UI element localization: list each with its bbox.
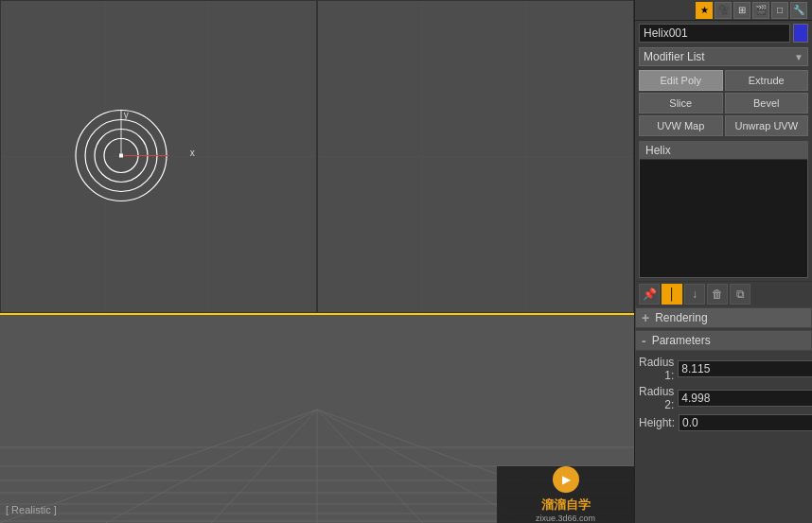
right-panel: ★ 🎥 ⊞ 🎬 □ 🔧 Modifier List ▼ Edit Poly Ex… — [634, 0, 812, 523]
watermark-url: zixue.3d66.com — [536, 514, 595, 523]
modifier-buttons: Edit Poly Extrude Slice Bevel UVW Map Un… — [635, 68, 812, 138]
uvw-map-button[interactable]: UVW Map — [639, 115, 723, 136]
radius1-input[interactable] — [678, 360, 812, 377]
svg-rect-13 — [119, 153, 123, 157]
height-input[interactable] — [679, 414, 812, 431]
y-axis-label: y — [124, 110, 129, 120]
modifier-list-dropdown[interactable]: Modifier List ▼ — [639, 47, 808, 66]
edit-poly-button[interactable]: Edit Poly — [639, 70, 723, 91]
parameters-collapse-icon: - — [642, 333, 646, 348]
extrude-button[interactable]: Extrude — [725, 70, 809, 91]
rendering-expand-icon: + — [642, 310, 649, 325]
rendering-section-header[interactable]: + Rendering — [635, 307, 812, 328]
viewport-top-right[interactable] — [317, 0, 634, 313]
radius2-row: Radius 2: ▲ ▼ — [639, 385, 808, 411]
stack-item-helix[interactable]: Helix — [640, 142, 807, 160]
top-viewports: x y — [0, 0, 634, 315]
rendering-label: Rendering — [655, 311, 707, 324]
parameters-body: Radius 1: ▲ ▼ Radius 2: ▲ ▼ Height: ▲ ▼ — [635, 352, 812, 438]
stack-show-icon[interactable]: │ — [662, 284, 682, 305]
stack-delete-icon[interactable]: 🗑 — [707, 284, 728, 305]
watermark-play-icon — [553, 466, 579, 493]
radius1-label: Radius 1: — [639, 356, 674, 382]
object-color-swatch[interactable] — [793, 24, 808, 43]
viewport-top-left[interactable]: x y — [0, 0, 317, 313]
viewport-bottom[interactable]: [ Realistic ] 溜溜自学 zixue.3d66.com — [0, 315, 634, 523]
stack-pin-icon[interactable]: 📌 — [639, 284, 660, 305]
height-label: Height: — [639, 416, 675, 429]
helix-object — [69, 103, 173, 210]
watermark: 溜溜自学 zixue.3d66.com — [497, 466, 634, 523]
object-name-row — [635, 21, 812, 45]
radius2-label: Radius 2: — [639, 385, 674, 411]
viewport-area: x y — [0, 0, 634, 523]
parameters-label: Parameters — [652, 334, 711, 347]
grid-icon[interactable]: ⊞ — [733, 2, 750, 19]
top-icons-row: ★ 🎥 ⊞ 🎬 □ 🔧 — [635, 0, 812, 21]
stack-controls: 📌 │ ↓ 🗑 ⧉ — [635, 281, 812, 306]
stack-show-sub-icon[interactable]: ↓ — [684, 284, 705, 305]
watermark-site: 溜溜自学 — [541, 497, 591, 514]
realistic-label: [ Realistic ] — [6, 504, 57, 515]
object-name-input[interactable] — [639, 24, 790, 43]
radius2-input[interactable] — [678, 390, 812, 407]
film-icon[interactable]: 🎬 — [752, 2, 769, 19]
radius1-row: Radius 1: ▲ ▼ — [639, 356, 808, 382]
modifier-stack: Helix — [639, 141, 808, 278]
modifier-list-row: Modifier List ▼ — [635, 45, 812, 68]
grid-lines-right — [318, 1, 633, 312]
unwrap-uvw-button[interactable]: Unwrap UVW — [725, 115, 809, 136]
dropdown-arrow-icon: ▼ — [794, 52, 803, 62]
star-icon[interactable]: ★ — [696, 2, 713, 19]
camera-icon[interactable]: 🎥 — [715, 2, 732, 19]
bevel-button[interactable]: Bevel — [725, 93, 809, 113]
stack-copy-icon[interactable]: ⧉ — [730, 284, 750, 305]
parameters-section-header[interactable]: - Parameters — [635, 330, 812, 351]
x-axis-label: x — [190, 148, 195, 158]
tool-icon[interactable]: 🔧 — [790, 2, 807, 19]
height-row: Height: ▲ ▼ — [639, 414, 808, 431]
slice-button[interactable]: Slice — [639, 93, 723, 113]
square-icon[interactable]: □ — [771, 2, 788, 19]
